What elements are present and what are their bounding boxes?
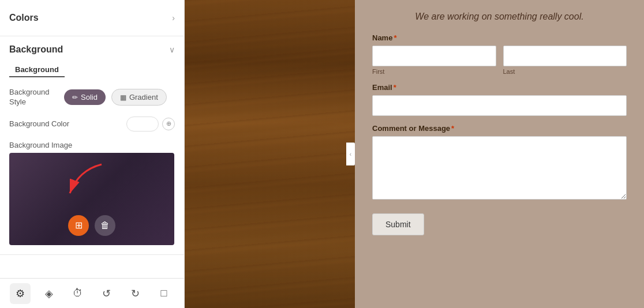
email-form-row: Email* [372, 83, 627, 116]
color-swatch[interactable] [126, 117, 159, 132]
collapse-handle[interactable]: ‹ [346, 142, 355, 166]
middle-panel: ‹ [185, 0, 355, 308]
background-title: Background [9, 44, 63, 55]
color-preview-wrap: ⊕ [126, 117, 175, 132]
background-tab-item[interactable]: Background [9, 63, 65, 77]
gradient-button[interactable]: ▦ Gradient [111, 89, 167, 106]
background-color-row: Background Color ⊕ [0, 112, 184, 136]
name-form-row: Name* First Last [372, 33, 627, 75]
background-style-label: Background Style [9, 88, 58, 107]
last-name-wrap: Last [503, 46, 627, 75]
colors-title: Colors [9, 13, 39, 23]
panel-content: Colors › Background ∨ Background Backgro… [0, 0, 184, 278]
redo-icon: ↻ [131, 287, 140, 300]
background-tab: Background [0, 61, 184, 83]
undo-toolbar-button[interactable]: ↺ [96, 283, 117, 304]
email-label: Email* [372, 83, 627, 92]
background-section-header[interactable]: Background ∨ [0, 36, 184, 61]
upload-image-button[interactable]: ⊞ [68, 215, 89, 236]
mobile-toolbar-button[interactable]: □ [153, 283, 174, 304]
comment-required-star: * [451, 124, 454, 133]
first-sublabel: First [372, 68, 496, 75]
colors-chevron-icon: › [172, 13, 175, 22]
background-chevron-icon: ∨ [169, 45, 175, 54]
color-picker-icon[interactable]: ⊕ [162, 118, 175, 130]
right-panel: We are working on something really cool.… [355, 0, 644, 308]
image-action-buttons: ⊞ 🗑 [68, 215, 115, 236]
wood-texture-bg [185, 0, 355, 308]
left-panel: Colors › Background ∨ Background Backgro… [0, 0, 185, 308]
comment-label: Comment or Message* [372, 124, 627, 133]
name-required-star: * [394, 33, 396, 42]
colors-section[interactable]: Colors › [0, 0, 184, 36]
comment-form-row: Comment or Message* [372, 124, 627, 202]
first-name-wrap: First [372, 46, 496, 75]
redo-toolbar-button[interactable]: ↻ [125, 283, 145, 304]
background-color-label: Background Color [9, 119, 69, 128]
submit-button[interactable]: Submit [372, 213, 424, 235]
solid-button[interactable]: ✏ Solid [64, 89, 106, 105]
background-image-label: Background Image [0, 136, 184, 153]
image-preview-container: ⊞ 🗑 [9, 153, 174, 245]
background-style-row: Background Style ✏ Solid ▦ Gradient [0, 83, 184, 112]
background-section: Background ∨ Background Background Style… [0, 36, 184, 255]
layers-icon: ◈ [45, 287, 53, 300]
last-sublabel: Last [503, 68, 627, 75]
collapse-chevron-icon: ‹ [350, 151, 351, 157]
email-input[interactable] [372, 95, 627, 116]
history-toolbar-button[interactable]: ⏱ [68, 283, 88, 304]
settings-toolbar-button[interactable]: ⚙ [10, 283, 31, 304]
gradient-icon: ▦ [120, 93, 126, 102]
email-required-star: * [394, 83, 396, 92]
form-container: We are working on something really cool.… [372, 12, 627, 235]
mobile-icon: □ [161, 287, 167, 299]
upload-icon: ⊞ [75, 220, 83, 231]
name-label: Name* [372, 33, 627, 42]
gear-icon: ⚙ [16, 287, 25, 300]
history-icon: ⏱ [73, 287, 83, 299]
last-name-input[interactable] [503, 46, 627, 66]
delete-image-button[interactable]: 🗑 [95, 215, 115, 236]
form-tagline: We are working on something really cool. [372, 12, 627, 22]
pencil-icon: ✏ [72, 93, 78, 102]
comment-textarea[interactable] [372, 136, 627, 200]
first-name-input[interactable] [372, 46, 496, 66]
bottom-toolbar: ⚙ ◈ ⏱ ↺ ↻ □ [0, 278, 184, 308]
name-inputs-row: First Last [372, 46, 627, 75]
undo-icon: ↺ [102, 287, 111, 300]
trash-icon: 🗑 [100, 220, 110, 231]
layers-toolbar-button[interactable]: ◈ [39, 283, 59, 304]
